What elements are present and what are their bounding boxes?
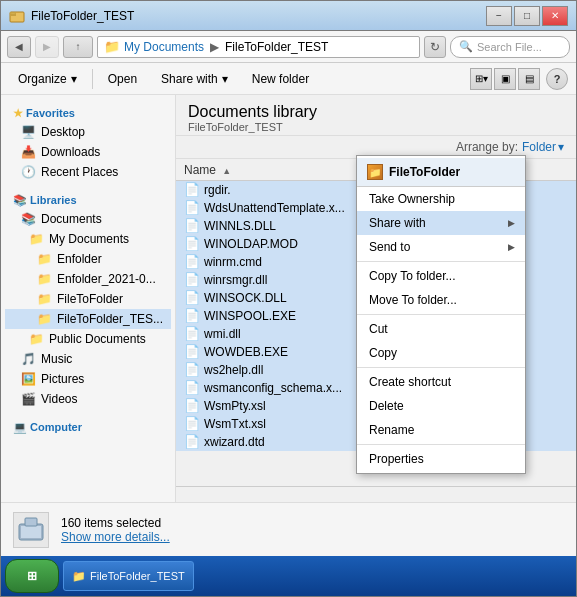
toolbar: Organize ▾ Open Share with ▾ New folder … (1, 63, 576, 95)
cm-item-label: Create shortcut (369, 375, 451, 389)
cm-item-send-to[interactable]: Send to ▶ (357, 235, 525, 259)
sidebar-item-filetofolder-test[interactable]: 📁 FileToFolder_TES... (5, 309, 171, 329)
library-subtitle: FileToFolder_TEST (188, 121, 564, 133)
sidebar-item-downloads[interactable]: 📥 Downloads (5, 142, 171, 162)
sidebar-item-label: Enfolder (57, 252, 102, 266)
open-label: Open (108, 72, 137, 86)
refresh-button[interactable]: ↻ (424, 36, 446, 58)
status-count: 160 items selected (61, 516, 170, 530)
open-button[interactable]: Open (99, 67, 146, 91)
cm-item-label: Properties (369, 452, 424, 466)
maximize-button[interactable]: □ (514, 6, 540, 26)
music-icon: 🎵 (21, 352, 36, 366)
start-button[interactable]: ⊞ (5, 559, 59, 593)
new-folder-button[interactable]: New folder (243, 67, 318, 91)
share-with-button[interactable]: Share with ▾ (152, 67, 237, 91)
back-button[interactable]: ◀ (7, 36, 31, 58)
minimize-button[interactable]: − (486, 6, 512, 26)
arrange-value-button[interactable]: Folder ▾ (522, 140, 564, 154)
favorites-section: ★ Favorites 🖥️ Desktop 📥 Downloads 🕐 Rec… (5, 103, 171, 182)
sidebar-item-label: Videos (41, 392, 77, 406)
file-icon: 📄 (184, 200, 200, 215)
cm-item-take-ownership[interactable]: Take Ownership (357, 187, 525, 211)
cm-item-create-shortcut[interactable]: Create shortcut (357, 370, 525, 394)
path-separator: ▶ (210, 40, 219, 54)
documents-icon: 📚 (21, 212, 36, 226)
file-icon: 📄 (184, 236, 200, 251)
cm-separator-4 (357, 444, 525, 445)
file-icon: 📄 (184, 434, 200, 449)
search-placeholder: Search File... (477, 41, 542, 53)
desktop-icon: 🖥️ (21, 125, 36, 139)
sidebar-item-desktop[interactable]: 🖥️ Desktop (5, 122, 171, 142)
cm-item-label: Delete (369, 399, 404, 413)
cm-item-rename[interactable]: Rename (357, 418, 525, 442)
address-path[interactable]: 📁 My Documents ▶ FileToFolder_TEST (97, 36, 420, 58)
view-options-button[interactable]: ⊞▾ (470, 68, 492, 90)
share-with-label: Share with (161, 72, 218, 86)
horizontal-scrollbar[interactable] (176, 486, 576, 502)
sidebar-item-enfolder[interactable]: 📁 Enfolder (5, 249, 171, 269)
favorites-title[interactable]: ★ Favorites (5, 103, 171, 122)
cm-separator-2 (357, 314, 525, 315)
sidebar-item-publicdocs[interactable]: 📁 Public Documents (5, 329, 171, 349)
recent-icon: 🕐 (21, 165, 36, 179)
sidebar-item-music[interactable]: 🎵 Music (5, 349, 171, 369)
organize-label: Organize (18, 72, 67, 86)
file-icon: 📄 (184, 254, 200, 269)
sidebar-item-label: FileToFolder (57, 292, 123, 306)
library-title: Documents library (188, 103, 564, 121)
sidebar-item-label: Desktop (41, 125, 85, 139)
sidebar-item-documents[interactable]: 📚 Documents (5, 209, 171, 229)
search-box[interactable]: 🔍 Search File... (450, 36, 570, 58)
windows-logo-icon: ⊞ (27, 569, 37, 583)
path-my-documents[interactable]: My Documents (124, 40, 204, 54)
cm-item-copy[interactable]: Copy (357, 341, 525, 365)
taskbar-app-label: FileToFolder_TEST (90, 570, 185, 582)
status-info: 160 items selected Show more details... (61, 516, 170, 544)
arrange-arrow-icon: ▾ (558, 140, 564, 154)
organize-arrow-icon: ▾ (71, 72, 77, 86)
cm-item-properties[interactable]: Properties (357, 447, 525, 471)
organize-button[interactable]: Organize ▾ (9, 67, 86, 91)
context-menu-header-icon: 📁 (367, 164, 383, 180)
file-icon: 📄 (184, 272, 200, 287)
window-icon (9, 8, 25, 24)
libraries-title[interactable]: 📚 Libraries (5, 190, 171, 209)
scroll-track (176, 487, 576, 502)
cm-item-move-to[interactable]: Move To folder... (357, 288, 525, 312)
preview-pane-button[interactable]: ▣ (494, 68, 516, 90)
sidebar: ★ Favorites 🖥️ Desktop 📥 Downloads 🕐 Rec… (1, 95, 176, 502)
forward-button[interactable]: ▶ (35, 36, 59, 58)
sort-arrow-icon: ▲ (222, 166, 231, 176)
arrange-label: Arrange by: (456, 140, 518, 154)
downloads-icon: 📥 (21, 145, 36, 159)
sidebar-item-videos[interactable]: 🎬 Videos (5, 389, 171, 409)
cm-item-delete[interactable]: Delete (357, 394, 525, 418)
sidebar-item-mydocuments[interactable]: 📁 My Documents (5, 229, 171, 249)
computer-title[interactable]: 💻 Computer (5, 417, 171, 436)
sidebar-item-label: FileToFolder_TES... (57, 312, 163, 326)
cm-item-label: Take Ownership (369, 192, 455, 206)
cm-item-label: Copy (369, 346, 397, 360)
up-button[interactable]: ↑ (63, 36, 93, 58)
file-icon: 📄 (184, 380, 200, 395)
details-pane-button[interactable]: ▤ (518, 68, 540, 90)
cm-item-copy-to[interactable]: Copy To folder... (357, 264, 525, 288)
star-icon: ★ (13, 107, 23, 119)
sidebar-item-pictures[interactable]: 🖼️ Pictures (5, 369, 171, 389)
cm-item-label: Copy To folder... (369, 269, 456, 283)
sidebar-item-filetofolder[interactable]: 📁 FileToFolder (5, 289, 171, 309)
help-button[interactable]: ? (546, 68, 568, 90)
sidebar-item-recent[interactable]: 🕐 Recent Places (5, 162, 171, 182)
search-icon: 🔍 (459, 40, 473, 53)
main-content: ★ Favorites 🖥️ Desktop 📥 Downloads 🕐 Rec… (1, 95, 576, 502)
libraries-label: Libraries (30, 194, 76, 206)
cm-item-share-with[interactable]: Share with ▶ (357, 211, 525, 235)
close-button[interactable]: ✕ (542, 6, 568, 26)
taskbar-explorer-button[interactable]: 📁 FileToFolder_TEST (63, 561, 194, 591)
cm-item-cut[interactable]: Cut (357, 317, 525, 341)
sidebar-item-enfolder2021[interactable]: 📁 Enfolder_2021-0... (5, 269, 171, 289)
status-detail-link[interactable]: Show more details... (61, 530, 170, 544)
window: FileToFolder_TEST − □ ✕ ◀ ▶ ↑ 📁 My Docum… (0, 0, 577, 597)
